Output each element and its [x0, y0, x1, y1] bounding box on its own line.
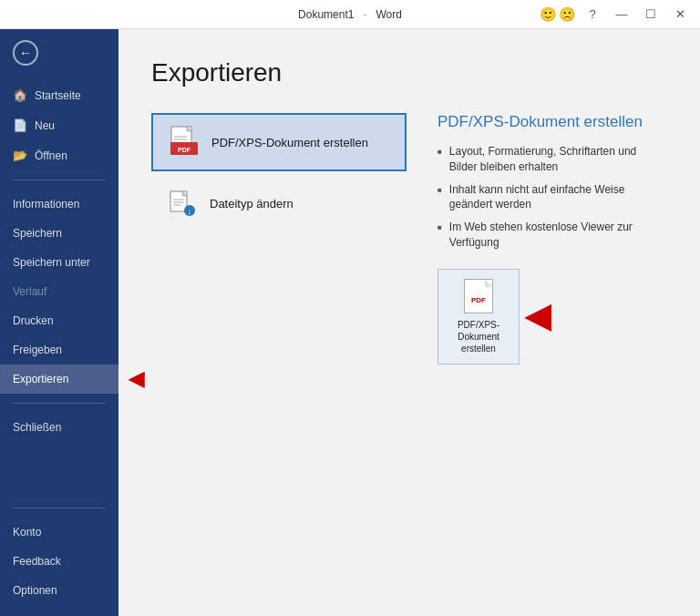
bullet-item-1: Layout, Formatierung, Schriftarten und B…: [438, 144, 645, 175]
pdf-action-area: PDF PDF/XPS-Dokument erstellen ◀: [438, 269, 645, 364]
feature-list: Layout, Formatierung, Schriftarten und B…: [438, 144, 645, 251]
sidebar-item-startseite[interactable]: 🏠 Startseite: [0, 80, 118, 110]
sidebar-item-schliessen[interactable]: Schließen: [0, 413, 118, 442]
bullet-item-3: Im Web stehen kostenlose Viewer zur Verf…: [438, 220, 645, 251]
sidebar-item-freigeben[interactable]: Freigeben: [0, 335, 118, 364]
content-area: Exportieren PDF: [118, 29, 700, 616]
title-bar: Dokument1 - Word 🙂 🙁 ? — ☐ ✕: [0, 0, 700, 29]
sidebar-item-informationen[interactable]: Informationen: [0, 190, 118, 219]
help-button[interactable]: ?: [580, 5, 605, 24]
sidebar-item-drucken[interactable]: Drucken: [0, 306, 118, 335]
sidebar-item-verlauf[interactable]: Verlauf: [0, 277, 118, 306]
app-name: Word: [376, 8, 401, 21]
sidebar-item-feedback[interactable]: Feedback: [0, 547, 118, 576]
sidebar-nav-schliessen: Schließen: [0, 409, 118, 446]
pdf-create-button[interactable]: PDF PDF/XPS-Dokument erstellen: [438, 269, 520, 364]
maximize-button[interactable]: ☐: [638, 5, 664, 24]
new-doc-icon: 📄: [13, 118, 27, 132]
sidebar-item-speichern-unter[interactable]: Speichern unter: [0, 248, 118, 277]
sidebar-divider-2: [13, 403, 106, 404]
back-circle-icon: ←: [13, 40, 38, 66]
pdf-xps-button[interactable]: PDF PDF/XPS-Dokument erstellen: [151, 113, 407, 171]
sidebar-item-optionen[interactable]: Optionen: [0, 576, 118, 605]
export-options-list: PDF PDF/XPS-Dokument erstellen: [151, 113, 416, 364]
bullet-item-2: Inhalt kann nicht auf einfache Weise geä…: [438, 182, 645, 213]
page-title: Exportieren: [151, 58, 667, 87]
sidebar-arrow-annotation: ◀: [129, 367, 144, 391]
sidebar-item-exportieren[interactable]: Exportieren ◀: [0, 364, 118, 394]
title-bar-center: Dokument1 - Word: [298, 8, 402, 21]
filetype-button[interactable]: ↓ Dateityp ändern: [151, 177, 407, 230]
sidebar-item-speichern[interactable]: Speichern: [0, 219, 118, 248]
svg-text:↓: ↓: [188, 207, 192, 216]
right-panel: PDF/XPS-Dokument erstellen Layout, Forma…: [416, 113, 667, 364]
filetype-icon: ↓: [166, 187, 199, 220]
right-panel-title: PDF/XPS-Dokument erstellen: [438, 113, 645, 131]
sad-icon: 🙁: [559, 6, 576, 23]
pdf-doc-icon: PDF: [464, 279, 493, 313]
document-name: Dokument1: [298, 8, 354, 21]
title-separator: -: [363, 8, 366, 21]
close-button[interactable]: ✕: [667, 5, 693, 24]
back-button[interactable]: ←: [0, 29, 118, 77]
main-area: PDF PDF/XPS-Dokument erstellen: [151, 113, 667, 364]
title-bar-controls: 🙂 🙁 ? — ☐ ✕: [540, 5, 693, 24]
sidebar-nav-bottom: Konto Feedback Optionen: [0, 514, 118, 609]
sidebar-nav-middle: Informationen Speichern Speichern unter …: [0, 186, 118, 397]
home-icon: 🏠: [13, 88, 27, 102]
sidebar-item-oeffnen[interactable]: 📂 Öffnen: [0, 140, 118, 170]
sidebar-item-konto[interactable]: Konto: [0, 518, 118, 547]
pdf-button-label: PDF/XPS-Dokument erstellen: [446, 319, 511, 354]
svg-text:PDF: PDF: [178, 147, 191, 153]
minimize-button[interactable]: —: [609, 5, 634, 24]
sidebar-item-neu[interactable]: 📄 Neu: [0, 110, 118, 140]
sidebar-bottom: Konto Feedback Optionen: [0, 502, 118, 616]
smile-icon: 🙂: [540, 6, 557, 23]
sidebar-divider-3: [13, 508, 106, 508]
pdf-xps-icon: PDF: [168, 126, 201, 159]
app-body: ← 🏠 Startseite 📄 Neu 📂 Öffnen Informatio…: [0, 29, 700, 616]
reaction-icons: 🙂 🙁: [540, 6, 576, 23]
folder-open-icon: 📂: [13, 149, 27, 162]
pdf-arrow-annotation: ◀: [525, 300, 551, 333]
sidebar: ← 🏠 Startseite 📄 Neu 📂 Öffnen Informatio…: [0, 29, 118, 616]
sidebar-nav-top: 🏠 Startseite 📄 Neu 📂 Öffnen: [0, 77, 118, 174]
export-options: PDF PDF/XPS-Dokument erstellen: [151, 113, 407, 230]
sidebar-divider-1: [13, 180, 106, 180]
